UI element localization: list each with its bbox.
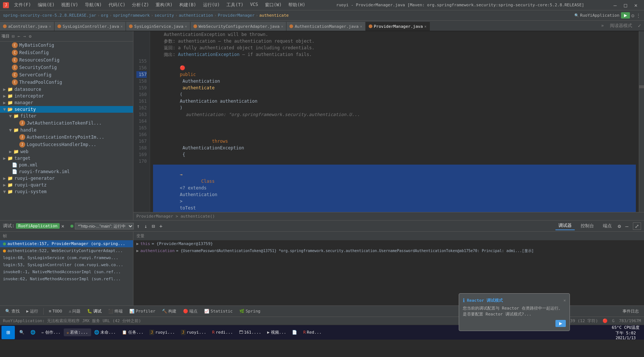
menu-window[interactable]: 窗口(W) [262,1,285,9]
frame-item[interactable]: authenticate:157, ProviderManager (org.s… [0,240,133,247]
tree-item-security-folder[interactable]: ▼ 📂 security [0,106,133,113]
tree-item-system[interactable]: ▼ 📁 ruoyi-system [0,188,133,195]
tree-item-authentry[interactable]: J AuthenticationEntryPointIm... [0,133,133,141]
tree-item-datasource[interactable]: ▶ 📁 datasource [0,86,133,93]
reader-mode-button[interactable]: 阅读器模式 [607,21,635,31]
frame-item[interactable]: login:68, SysLoginService (com.ruoyi.fra… [0,254,133,261]
breadcrumb-providermanager[interactable]: ProviderManager [218,13,255,18]
tab-authmanager[interactable]: AuthenticationManager.java × [286,22,365,31]
frame-item[interactable]: invoke0:-1, NativeMethodAccessorImpl (su… [0,268,133,275]
menu-vcs[interactable]: VCS [247,1,261,9]
menu-help[interactable]: 帮助(H) [285,1,308,9]
tree-item-interceptor[interactable]: ▶ 📁 interceptor [0,93,133,99]
thread-selector[interactable]: *"http-nio-..."main": 运行中 [75,223,134,229]
run-button[interactable]: ▶ [621,12,630,19]
close-debug-icon[interactable]: — [624,222,630,230]
close-button[interactable]: ✕ [631,0,641,10]
filter-icon[interactable]: ⊟ [150,222,156,230]
system-clock[interactable]: 65°C CPU温度 下午 5:02 2021/1/13 [609,325,643,340]
tree-item-threadpool[interactable]: C ThreadPoolConfig [0,79,133,86]
tree-item-web[interactable]: ▶ 📁 web [0,148,133,155]
search-icon[interactable]: 🔍 [574,13,579,17]
tab-debugger[interactable]: 调试器 [555,222,575,230]
tree-item-handle[interactable]: ▼ 📁 handle [0,127,133,133]
tab-close-icon[interactable]: × [120,24,123,29]
tree-item-target[interactable]: ▶ 📁 target [0,155,133,162]
tree-item-iml[interactable]: 📄 ruoyi-framework.iml [0,168,133,175]
tab-close-icon[interactable]: × [281,24,283,29]
taskbar-tasks[interactable]: 📋 任务... [119,328,147,336]
tree-item-filter[interactable]: ▼ 📁 filter [0,113,133,119]
tree-item-pom[interactable]: 📄 pom.xml [0,162,133,168]
sidebar-settings-icon[interactable]: ⚙ [28,33,32,40]
taskbar-video[interactable]: ▶ 视频... [264,328,289,336]
code-editor[interactable]: AuthenticationException will be thrown. … [150,31,639,212]
taskbar-doc[interactable]: 📄 [289,329,300,336]
breadcrumb-org[interactable]: org [101,13,108,18]
tree-item-logout[interactable]: J LogoutSuccessHandlerImp... [0,141,133,148]
find-button[interactable]: 🔍 查找 [3,308,22,315]
restore-icon[interactable]: ⚙ [616,222,622,230]
sidebar-expand-icon[interactable]: ⊟ [11,33,15,40]
tree-item-security[interactable]: C SecurityConfig [0,64,133,71]
tab-providermanager[interactable]: ProviderManager.java × [366,22,430,31]
tab-sysloginservice[interactable]: SysLoginService.java × [126,22,190,31]
tree-item-quartz[interactable]: ▶ 📁 ruoyi-quartz [0,182,133,188]
frame-item[interactable]: authenticate:522, WebSecurityConfigurerA… [0,247,133,254]
profiler-button[interactable]: 📊 Profiler [127,308,157,314]
tab-acontroller[interactable]: aController.java × [0,22,54,31]
tab-close-icon[interactable]: × [360,24,362,29]
spring-button[interactable]: 🌿 Spring [237,308,263,314]
menu-file[interactable]: 文件(F) [11,1,34,9]
build-button[interactable]: 🔨 构建 [160,308,179,315]
menu-build[interactable]: 构建(B) [176,1,199,9]
tree-item-manager[interactable]: ▶ 📁 manager [0,99,133,106]
tab-endpoints[interactable]: 端点 [600,222,615,230]
breadcrumb-security[interactable]: security [155,13,174,18]
menu-refactor[interactable]: 重构(R) [153,1,176,9]
menu-run[interactable]: 运行(U) [200,1,223,9]
scroll-thumb[interactable] [639,85,644,88]
taskbar-red[interactable]: R Red... [300,329,324,336]
taskbar-edge[interactable]: 🌐 [27,329,39,336]
todo-button[interactable]: ≡ TODO [47,308,64,314]
tab-console[interactable]: 控制台 [578,222,597,230]
breadcrumb-jar[interactable]: spring-security-core-5.2.8.RELEASE.jar [3,13,96,18]
taskbar-ruoyi1[interactable]: ☕ 若依:... [64,328,91,336]
frame-item[interactable]: invoke:62, NativeMethodAccessorImpl (sun… [0,275,133,282]
taskbar-search[interactable]: 🔍 [16,329,27,336]
breadcrumb-authentication[interactable]: authentication [179,13,213,18]
run-app-tab[interactable]: RuoYiApplication [16,223,60,229]
endpoints-button[interactable]: 🔴 端点 [181,308,200,315]
tab-more-icon[interactable]: » [598,21,607,31]
menu-tools[interactable]: 工具(T) [223,1,246,9]
maximize-button[interactable]: □ [620,0,631,10]
run-tool-button[interactable]: ▶ 运行 [24,308,40,315]
check-icon[interactable]: ✓ [635,21,644,31]
reactor-confirm-button[interactable]: ▶ [555,320,566,327]
terminal-button[interactable]: ⬛ 终端 [106,308,125,315]
tree-item-server[interactable]: C ServerConfig [0,71,133,79]
tab-close-icon[interactable]: × [60,222,66,230]
taskbar-161[interactable]: 🗔 161.... [236,329,264,336]
frame-item[interactable]: login:53, SysLoginController (com.ruoyi.… [0,261,133,268]
expand-debug-icon[interactable]: ⤢ [633,222,641,230]
menu-nav[interactable]: 导航(N) [82,1,105,9]
tab-syslogincontroller[interactable]: SysLoginController.java × [54,22,126,31]
tab-websecurity[interactable]: WebSecurityConfigurerAdapter.java × [190,22,287,31]
breadcrumb-springframework[interactable]: springframework [113,13,150,18]
taskbar-create[interactable]: ✏ 创作... [39,328,64,336]
debug-tool-button[interactable]: 🐛 调试 [85,308,104,315]
menu-view[interactable]: 视图(V) [58,1,81,9]
tree-item-resources[interactable]: C ResourcesConfig [0,56,133,64]
step-down-icon[interactable]: ↓ [143,222,149,230]
menu-analyze[interactable]: 分析(Z) [129,1,152,9]
tab-close-icon[interactable]: × [49,24,51,29]
taskbar-browser[interactable]: 🌐 未命... [91,328,119,336]
expand-icon[interactable]: ▶ [136,241,139,246]
sidebar-back-icon[interactable]: ← [17,33,21,40]
problems-button[interactable]: ⚠ 问题 [67,308,83,315]
code-view[interactable]: 155 156 157 158 159 160 161 162 163 164 … [133,31,644,212]
minimize-button[interactable]: — [610,0,620,10]
tab-close-icon[interactable]: × [424,24,426,29]
